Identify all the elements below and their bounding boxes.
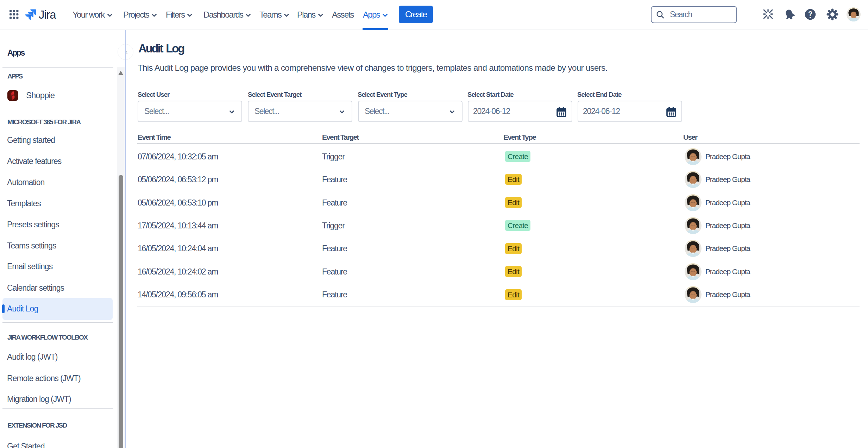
svg-text:?: ? bbox=[808, 10, 812, 18]
